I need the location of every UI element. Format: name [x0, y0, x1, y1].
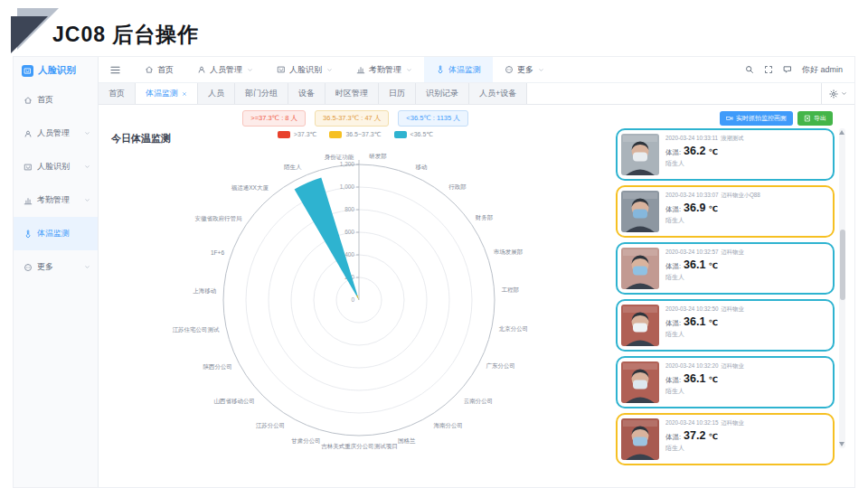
user-greeting[interactable]: 你好 admin: [802, 64, 843, 76]
sidebar-item-home[interactable]: 首页: [14, 83, 98, 117]
search-icon[interactable]: [745, 65, 754, 74]
record-timestamp: 2020-03-24 10:32:57: [665, 249, 718, 255]
svg-text:800: 800: [344, 206, 354, 212]
svg-text:国格兰: 国格兰: [398, 437, 416, 445]
camera-icon: [726, 115, 733, 123]
tab-person[interactable]: 人员: [198, 83, 235, 104]
tab-dept-group[interactable]: 部门分组: [235, 83, 288, 104]
tab-label: 人员: [208, 88, 224, 99]
export-button[interactable]: 导出: [797, 111, 833, 126]
tab-home[interactable]: 首页: [99, 83, 136, 104]
scroll-up-arrow[interactable]: [839, 130, 844, 135]
svg-text:1F+6: 1F+6: [211, 249, 224, 256]
record-card[interactable]: 2020-03-24 10:33:11浪潮测试体温:36.2℃陌生人: [616, 128, 835, 181]
record-card[interactable]: 2020-03-24 10:32:15迈科物业体温:37.2℃陌生人: [616, 413, 835, 465]
record-timestamp: 2020-03-24 10:32:50: [665, 305, 718, 312]
sidebar-item-temperature[interactable]: 体温监测: [14, 217, 98, 250]
panel-actions: 实时抓拍监控画面 导出: [720, 111, 833, 126]
svg-text:江苏住宅公司测试: 江苏住宅公司测试: [172, 326, 220, 333]
message-icon[interactable]: [783, 65, 792, 74]
sidebar-item-attendance[interactable]: 考勤管理: [14, 183, 98, 217]
nav-item-more[interactable]: 更多: [493, 57, 556, 82]
svg-text:江苏分公司: 江苏分公司: [256, 422, 286, 429]
sidebar-item-face[interactable]: 人脸识别: [14, 150, 98, 183]
menu-icon[interactable]: [110, 65, 120, 75]
brand-face-icon: [22, 65, 33, 77]
topnav-menu: 首页人员管理人脸识别考勤管理体温监测更多: [133, 57, 556, 82]
temp-unit: ℃: [708, 318, 717, 327]
tab-timezone[interactable]: 时区管理: [326, 83, 379, 104]
tab-recognition[interactable]: 识别记录: [416, 83, 469, 104]
stat-badge-mid: 36.5-37.3℃ : 47 人: [315, 110, 389, 127]
app-window: 人脸识别 首页人员管理人脸识别考勤管理体温监测更多 首页人员管理人脸识别考勤管理…: [13, 56, 855, 488]
tab-temperature[interactable]: 体温监测: [136, 83, 198, 104]
gear-icon[interactable]: [829, 89, 838, 99]
user-icon: [197, 65, 206, 74]
legend-item[interactable]: 36.5~37.3℃: [329, 131, 381, 138]
nav-item-face[interactable]: 人脸识别: [265, 57, 344, 82]
record-photo: [621, 418, 659, 460]
record-temperature: 体温:36.1℃: [665, 258, 827, 271]
scrollbar-thumb[interactable]: [840, 230, 845, 300]
svg-text:1,000: 1,000: [340, 183, 355, 190]
svg-text:行政部: 行政部: [448, 183, 467, 191]
temp-value: 36.1: [684, 372, 705, 385]
stat-badges: >=37.3℃ : 8 人36.5-37.3℃ : 47 人<36.5℃ : 1…: [99, 110, 612, 127]
tab-tools[interactable]: [821, 83, 854, 104]
record-card[interactable]: 2020-03-24 10:32:20迈科物业体温:36.1℃陌生人: [616, 356, 835, 408]
live-monitor-button[interactable]: 实时抓拍监控画面: [720, 111, 793, 126]
legend-swatch: [394, 131, 407, 138]
sidebar-item-personnel[interactable]: 人员管理: [14, 117, 98, 150]
chevron-down-icon: [841, 90, 847, 97]
temp-label: 体温:: [665, 433, 681, 442]
excel-icon: [804, 115, 811, 123]
tab-list: 首页体温监测人员部门分组设备时区管理日历识别记录人员+设备: [99, 83, 527, 104]
temp-label: 体温:: [665, 319, 681, 328]
sidebar-item-more[interactable]: 更多: [14, 250, 98, 284]
nav-item-attendance[interactable]: 考勤管理: [344, 57, 424, 82]
record-time: 2020-03-24 10:32:20迈科物业: [665, 362, 827, 371]
face-icon: [24, 163, 33, 172]
close-icon[interactable]: [182, 91, 187, 97]
tab-person-device[interactable]: 人员+设备: [469, 83, 527, 104]
record-info: 2020-03-24 10:33:07迈科物业小Q88体温:36.9℃陌生人: [665, 189, 827, 234]
sidebar: 人脸识别 首页人员管理人脸识别考勤管理体温监测更多: [14, 57, 99, 487]
nav-item-temperature[interactable]: 体温监测: [424, 57, 493, 82]
page-title: JC08 后台操作: [52, 21, 199, 49]
legend-swatch: [278, 131, 290, 138]
nav-item-more-label: 更多: [517, 64, 533, 76]
tab-device[interactable]: 设备: [288, 83, 326, 104]
record-card[interactable]: 2020-03-24 10:33:07迈科物业小Q88体温:36.9℃陌生人: [616, 185, 835, 238]
tabbar: 首页体温监测人员部门分组设备时区管理日历识别记录人员+设备: [99, 83, 854, 105]
record-device: 迈科物业小Q88: [721, 192, 760, 198]
record-timestamp: 2020-03-24 10:33:11: [665, 135, 718, 141]
nav-item-home-label: 首页: [157, 64, 174, 76]
svg-text:海南分公司: 海南分公司: [434, 422, 464, 429]
temp-unit: ℃: [708, 261, 717, 270]
record-time: 2020-03-24 10:33:11浪潮测试: [665, 135, 827, 143]
legend-item[interactable]: >37.3℃: [278, 131, 317, 138]
svg-text:陕西分公司: 陕西分公司: [203, 363, 232, 370]
nav-item-home[interactable]: 首页: [133, 57, 185, 82]
temp-value: 37.2: [684, 429, 705, 442]
legend-label: 36.5~37.3℃: [345, 131, 381, 138]
record-person: 陌生人: [665, 444, 827, 453]
svg-text:广东分公司: 广东分公司: [486, 362, 516, 369]
nav-item-personnel[interactable]: 人员管理: [185, 57, 265, 82]
record-timestamp: 2020-03-24 10:32:15: [665, 419, 718, 426]
user-icon: [24, 129, 33, 138]
tab-calendar[interactable]: 日历: [379, 83, 416, 104]
legend-item[interactable]: <36.5℃: [394, 131, 434, 138]
record-card[interactable]: 2020-03-24 10:32:50迈科物业体温:36.1℃陌生人: [616, 299, 835, 352]
record-photo: [621, 248, 659, 289]
fullscreen-icon[interactable]: [764, 65, 773, 74]
svg-text:研发部: 研发部: [368, 153, 387, 160]
sidebar-item-face-label: 人脸识别: [37, 161, 70, 173]
scroll-down-arrow[interactable]: [839, 442, 844, 446]
record-card[interactable]: 2020-03-24 10:32:57迈科物业体温:36.1℃陌生人: [616, 242, 835, 295]
svg-text:北京分公司: 北京分公司: [499, 325, 529, 333]
scrollbar[interactable]: [839, 128, 845, 448]
record-device: 迈科物业: [721, 419, 743, 426]
record-device: 浪潮测试: [721, 135, 743, 141]
record-photo: [621, 305, 659, 346]
